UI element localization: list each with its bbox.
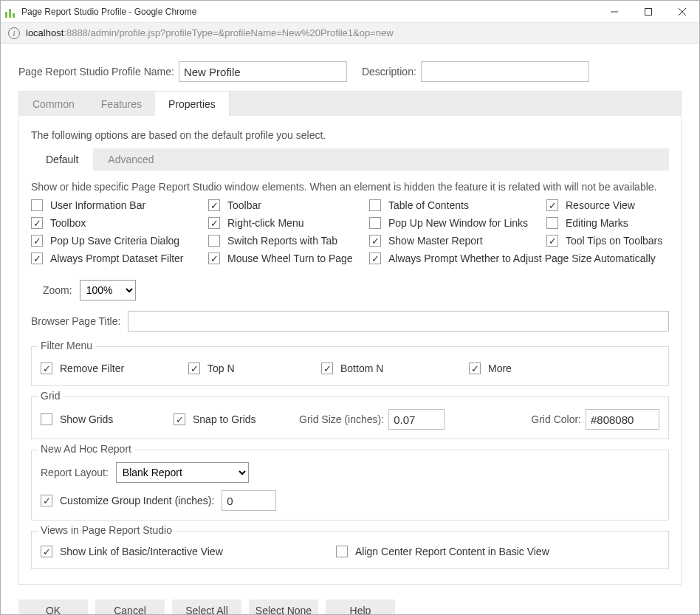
zoom-select[interactable]: 100% [80, 280, 136, 300]
grid-color-input[interactable] [586, 409, 659, 430]
minimize-button[interactable] [597, 1, 631, 23]
chk-toolbox[interactable]: Toolbox [31, 215, 208, 231]
fieldset-filter-menu: Filter Menu Remove Filter Top N Bottom N… [31, 346, 669, 386]
chk-mouse-wheel-page[interactable]: Mouse Wheel Turn to Page [208, 250, 369, 267]
help-button[interactable]: Help [326, 599, 395, 614]
select-none-button[interactable]: Select None [249, 599, 318, 614]
address-host: localhost [26, 27, 64, 38]
legend-grid: Grid [38, 390, 63, 402]
info-icon[interactable]: i [8, 27, 20, 39]
chk-show-master-report[interactable]: Show Master Report [369, 233, 546, 249]
grid-size-label: Grid Size (inches): [299, 413, 384, 425]
fieldset-views: Views in Page Report Studio Show Link of… [31, 531, 669, 569]
chk-customize-indent[interactable]: Customize Group Indent (inches): [41, 492, 214, 509]
chk-snap-grids[interactable]: Snap to Grids [174, 411, 277, 427]
option-grid: User Information Bar Toolbar Table of Co… [31, 197, 669, 267]
chk-show-grids[interactable]: Show Grids [41, 411, 151, 427]
description-label: Description: [362, 66, 416, 78]
description-input[interactable] [421, 61, 589, 82]
cancel-button[interactable]: Cancel [95, 599, 165, 614]
zoom-row: Zoom: 100% [31, 280, 669, 300]
subtab-default[interactable]: Default [31, 148, 93, 171]
address-path: :8888/admin/profile.jsp?profileType=&pro… [64, 27, 393, 38]
chk-popup-new-window[interactable]: Pop Up New Window for Links [369, 215, 546, 231]
app-icon [5, 6, 17, 18]
window: Page Report Studio Profile - Google Chro… [0, 0, 700, 615]
sub-tabs: Default Advanced [31, 148, 669, 171]
grid-size-input[interactable] [388, 409, 445, 430]
indent-input[interactable] [222, 490, 276, 511]
chk-table-of-contents[interactable]: Table of Contents [369, 197, 546, 213]
tab-properties[interactable]: Properties [155, 92, 230, 116]
report-layout-label: Report Layout: [41, 467, 109, 478]
default-panel: Show or hide specific Page Report Studio… [31, 171, 669, 569]
chk-tooltips-toolbars[interactable]: Tool Tips on Toolbars [546, 233, 672, 249]
chk-align-center[interactable]: Align Center Report Content in Basic Vie… [336, 543, 659, 560]
chk-top-n[interactable]: Top N [188, 360, 321, 377]
chk-popup-save-criteria[interactable]: Pop Up Save Criteria Dialog [31, 233, 208, 249]
tab-features[interactable]: Features [88, 92, 155, 116]
page-title-input[interactable] [128, 311, 669, 331]
chk-bottom-n[interactable]: Bottom N [321, 360, 469, 377]
footer-buttons: OK Cancel Select All Select None Help [18, 599, 682, 614]
chk-always-prompt-dataset[interactable]: Always Prompt Dataset Filter [31, 250, 208, 267]
svg-rect-1 [645, 8, 652, 15]
page-title-label: Browser Page Title: [31, 315, 120, 327]
chk-show-link[interactable]: Show Link of Basic/Interactive View [41, 543, 336, 560]
chk-user-info-bar[interactable]: User Information Bar [31, 197, 208, 213]
chk-always-prompt-adjust[interactable]: Always Prompt Whether to Adjust Page Siz… [369, 250, 672, 267]
grid-color-label: Grid Color: [531, 413, 581, 425]
chk-right-click-menu[interactable]: Right-click Menu [208, 215, 369, 231]
chk-remove-filter[interactable]: Remove Filter [41, 360, 188, 377]
hint-text: Show or hide specific Page Report Studio… [31, 181, 669, 193]
address-bar: i localhost:8888/admin/profile.jsp?profi… [1, 23, 699, 44]
page-title-row: Browser Page Title: [31, 311, 669, 331]
chk-more[interactable]: More [469, 360, 617, 377]
profile-name-input[interactable] [179, 61, 347, 82]
intro-text: The following options are based on the d… [31, 129, 669, 141]
chk-toolbar[interactable]: Toolbar [208, 197, 369, 213]
profile-name-label: Page Report Studio Profile Name: [18, 66, 174, 78]
ok-button[interactable]: OK [18, 599, 88, 614]
legend-views: Views in Page Report Studio [38, 524, 175, 536]
profile-row: Page Report Studio Profile Name: Descrip… [18, 61, 682, 82]
fieldset-adhoc: New Ad Hoc Report Report Layout: Blank R… [31, 450, 669, 520]
legend-adhoc: New Ad Hoc Report [38, 443, 134, 455]
main-tabs: Common Features Properties [18, 91, 682, 116]
chk-editing-marks[interactable]: Editing Marks [546, 215, 672, 231]
select-all-button[interactable]: Select All [172, 599, 241, 614]
chk-resource-view[interactable]: Resource View [546, 197, 672, 213]
chk-switch-reports-tab[interactable]: Switch Reports with Tab [208, 233, 369, 249]
maximize-button[interactable] [631, 1, 665, 23]
tab-common[interactable]: Common [19, 92, 88, 116]
fieldset-grid: Grid Show Grids Snap to Grids Grid Size … [31, 396, 669, 439]
subtab-advanced[interactable]: Advanced [93, 148, 168, 171]
content: Page Report Studio Profile Name: Descrip… [1, 44, 699, 614]
properties-panel: The following options are based on the d… [18, 116, 682, 585]
report-layout-select[interactable]: Blank Report [116, 462, 249, 483]
legend-filter-menu: Filter Menu [38, 340, 95, 351]
zoom-label: Zoom: [43, 284, 72, 296]
window-title: Page Report Studio Profile - Google Chro… [21, 7, 196, 17]
titlebar: Page Report Studio Profile - Google Chro… [1, 1, 699, 23]
close-button[interactable] [665, 1, 699, 23]
